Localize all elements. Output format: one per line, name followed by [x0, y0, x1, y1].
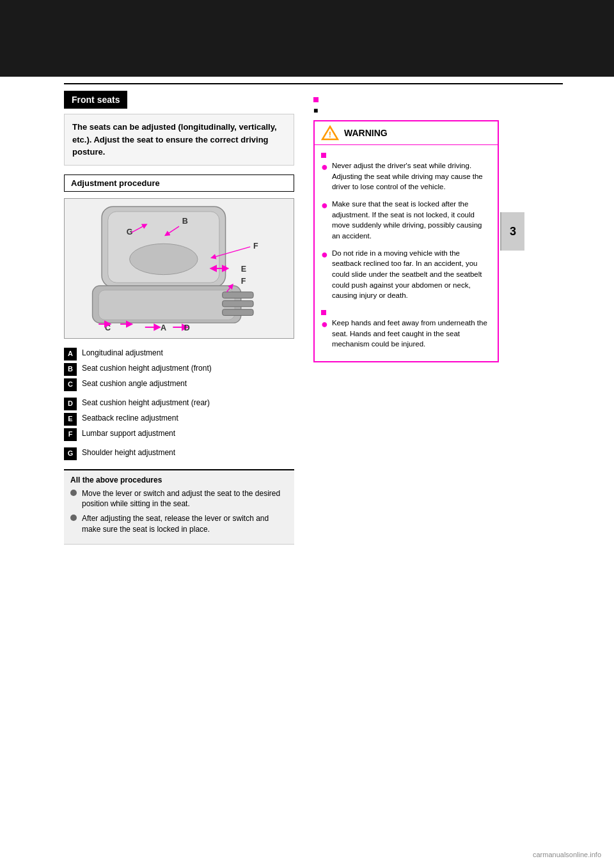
warning-text-4: Keep hands and feet away from underneath… — [332, 318, 491, 350]
svg-text:!: ! — [329, 130, 331, 139]
right-column: ■ ! WARNING — [307, 84, 499, 545]
content-area: Front seats The seats can be adjusted (l… — [0, 84, 614, 545]
warning-content: ● Never adjust the driver's seat while d… — [315, 145, 498, 361]
label-key-b: B — [64, 363, 77, 376]
svg-rect-4 — [98, 290, 235, 319]
label-row-d: D Seat cushion height adjustment (rear) — [64, 398, 294, 410]
label-row-c: C Seat cushion angle adjustment — [64, 378, 294, 391]
label-key-g: G — [64, 447, 77, 460]
label-key-f: F — [64, 428, 77, 441]
watermark: carmanualsonline.info — [533, 851, 601, 858]
warning-dot-4: ● — [321, 316, 328, 332]
note-text-2: After adjusting the seat, release the le… — [82, 513, 288, 535]
svg-text:B: B — [182, 217, 188, 226]
top-bar — [0, 0, 614, 77]
warning-item-2: ● Make sure that the seat is locked afte… — [321, 199, 491, 242]
warning-dot-3: ● — [321, 246, 328, 263]
left-column: Front seats The seats can be adjusted (l… — [64, 84, 307, 545]
labels-list: A Longitudinal adjustment B Seat cushion… — [64, 348, 294, 460]
warning-dot-2: ● — [321, 197, 328, 213]
label-text-e: Seatback recline adjustment — [82, 413, 178, 424]
chapter-tab: 3 — [500, 212, 524, 251]
label-row-e: E Seatback recline adjustment — [64, 413, 294, 426]
svg-text:F: F — [241, 277, 246, 286]
seat-diagram-svg: B F G E F A — [65, 199, 294, 338]
label-text-f: Lumbar support adjustment — [82, 428, 175, 439]
warning-triangle-icon: ! — [321, 125, 339, 141]
warning-section-bar-1 — [321, 153, 326, 158]
svg-text:E: E — [241, 264, 246, 273]
warning-box: ! WARNING ● Never adjust the driver's se… — [313, 120, 499, 362]
note-item-2: After adjusting the seat, release the le… — [70, 513, 288, 535]
warning-item-3: ● Do not ride in a moving vehicle with t… — [321, 248, 491, 301]
warning-dot-1: ● — [321, 159, 328, 175]
warning-header: ! WARNING — [315, 121, 498, 145]
svg-point-2 — [130, 244, 198, 274]
page-container: Front seats The seats can be adjusted (l… — [0, 0, 614, 868]
label-row-f: F Lumbar support adjustment — [64, 428, 294, 441]
warning-item-1: ● Never adjust the driver's seat while d… — [321, 160, 491, 192]
label-text-b: Seat cushion height adjustment (front) — [82, 363, 212, 374]
svg-rect-5 — [223, 291, 253, 298]
right-top-label: ■ — [313, 106, 499, 115]
label-row-b: B Seat cushion height adjustment (front) — [64, 363, 294, 376]
warning-title: WARNING — [344, 128, 388, 138]
adj-procedure-header: Adjustment procedure — [64, 174, 294, 192]
label-key-c: C — [64, 378, 77, 391]
warning-text-3: Do not ride in a moving vehicle with the… — [332, 248, 491, 301]
warning-text-2: Make sure that the seat is locked after … — [332, 199, 491, 242]
warning-text-1: Never adjust the driver's seat while dri… — [332, 160, 491, 192]
chapter-number: 3 — [510, 225, 516, 238]
note-item-1: Move the lever or switch and adjust the … — [70, 488, 288, 510]
svg-text:D: D — [184, 323, 190, 332]
label-text-c: Seat cushion angle adjustment — [82, 378, 187, 389]
svg-text:A: A — [161, 323, 166, 332]
label-key-d: D — [64, 398, 77, 410]
note-dot-1 — [70, 490, 77, 496]
label-key-a: A — [64, 348, 77, 360]
svg-rect-7 — [223, 309, 253, 315]
notes-box: All the above procedures Move the lever … — [64, 469, 294, 545]
warning-item-4: ● Keep hands and feet away from undernea… — [321, 318, 491, 350]
note-text-1: Move the lever or switch and adjust the … — [82, 488, 288, 510]
label-row-a: A Longitudinal adjustment — [64, 348, 294, 360]
seat-diagram: B F G E F A — [64, 198, 294, 339]
section-title: Front seats — [64, 91, 127, 109]
label-text-a: Longitudinal adjustment — [82, 348, 163, 359]
svg-rect-6 — [223, 300, 253, 307]
note-dot-2 — [70, 515, 77, 521]
label-key-e: E — [64, 413, 77, 426]
right-section-indicator — [313, 97, 319, 102]
warning-section-bar-2 — [321, 310, 326, 315]
svg-text:F: F — [253, 242, 258, 251]
description-box: The seats can be adjusted (longitudinall… — [64, 114, 294, 166]
description-text: The seats can be adjusted (longitudinall… — [72, 122, 277, 157]
label-text-g: Shoulder height adjustment — [82, 447, 175, 458]
notes-title: All the above procedures — [70, 476, 288, 484]
label-text-d: Seat cushion height adjustment (rear) — [82, 398, 210, 408]
label-row-g: G Shoulder height adjustment — [64, 447, 294, 460]
